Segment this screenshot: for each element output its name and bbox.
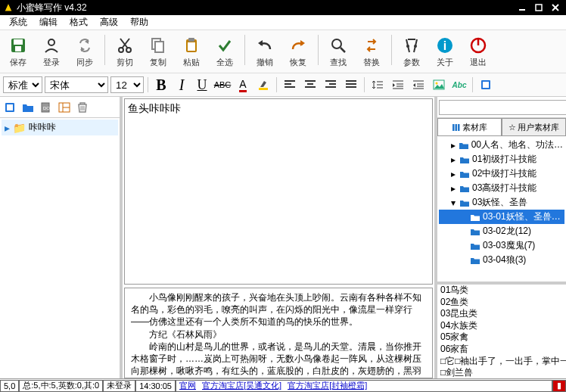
material-tree-label: 03高级打斗技能 xyxy=(472,182,536,194)
font-select[interactable]: 宋体 xyxy=(45,76,108,93)
chapter-item[interactable]: ▸ 📁咔咔咔 xyxy=(2,120,118,135)
material-list-item[interactable]: □剑兰兽 xyxy=(440,367,566,378)
redo-button[interactable]: 恢复 xyxy=(281,33,315,70)
cut-button[interactable]: 剪切 xyxy=(108,33,142,70)
paste-button[interactable]: 粘贴 xyxy=(175,33,208,70)
about-button[interactable]: i关于 xyxy=(428,33,462,70)
material-tree-item[interactable]: ▸02中级打斗技能 xyxy=(439,166,564,181)
italic-button[interactable]: I xyxy=(173,76,191,94)
indent-decrease-button[interactable] xyxy=(409,76,428,94)
login-status[interactable]: 未登录 xyxy=(103,380,135,392)
material-list[interactable]: 01鸟类02鱼类03昆虫类04水族类05家禽06家畜□它□袖出手了，一出手，掌中… xyxy=(437,282,566,378)
paste-label: 粘贴 xyxy=(183,57,200,68)
material-tree-item[interactable]: 03-01妖怪、圣兽… xyxy=(439,210,564,224)
material-tree-item[interactable]: 03-02龙(12) xyxy=(439,224,564,238)
material-tree-label: 02中级打斗技能 xyxy=(472,167,536,180)
menu-1[interactable]: 编辑 xyxy=(33,14,64,30)
footer-link[interactable]: 官网 xyxy=(179,380,196,391)
material-list-item[interactable]: 02鱼类 xyxy=(440,297,566,309)
folder-icon[interactable] xyxy=(20,99,36,116)
save-button[interactable]: 保存 xyxy=(2,33,35,70)
spellcheck-button[interactable]: Abc xyxy=(450,76,468,94)
menu-3[interactable]: 高级 xyxy=(94,14,124,30)
indent-increase-button[interactable] xyxy=(389,76,407,94)
close-button[interactable] xyxy=(548,2,563,14)
strike-button[interactable]: ABC xyxy=(213,76,232,94)
book-icon[interactable] xyxy=(2,99,18,116)
tab-0[interactable]: 素材库 xyxy=(437,118,502,135)
size-select[interactable]: 12 xyxy=(110,76,144,93)
find-button[interactable]: 查找 xyxy=(322,33,355,70)
editor-area[interactable]: 鱼头咔咔咔 xyxy=(124,98,433,285)
about-label: 关于 xyxy=(437,57,453,68)
params-button[interactable]: 参数 xyxy=(395,33,428,70)
material-list-item[interactable]: 01鸟类 xyxy=(440,285,566,297)
menu-0[interactable]: 系统 xyxy=(3,14,33,30)
line-spacing-button[interactable] xyxy=(369,76,387,94)
menu-4[interactable]: 帮助 xyxy=(124,14,154,30)
svg-rect-19 xyxy=(188,42,195,51)
material-tree-item[interactable]: ▸01初级打斗技能 xyxy=(439,152,564,166)
maximize-button[interactable] xyxy=(531,2,546,14)
svg-rect-62 xyxy=(483,82,489,88)
align-center-button[interactable] xyxy=(301,76,319,94)
replace-button[interactable]: 替换 xyxy=(355,33,388,70)
underline-button[interactable]: U xyxy=(193,76,211,94)
font-color-button[interactable]: A xyxy=(234,76,252,94)
insert-image-button[interactable] xyxy=(430,76,448,94)
minimize-button[interactable] xyxy=(515,2,530,14)
undo-label: 撤销 xyxy=(257,57,273,68)
layout-icon[interactable] xyxy=(56,99,73,116)
svg-rect-77 xyxy=(458,124,460,131)
svg-marker-58 xyxy=(413,83,415,87)
material-tree-item[interactable]: 03-03魔鬼(7) xyxy=(439,238,564,253)
bold-button[interactable]: B xyxy=(152,76,170,94)
sync-button[interactable]: 同步 xyxy=(68,33,101,70)
material-list-item[interactable]: 04水族类 xyxy=(440,320,566,332)
footer-link[interactable]: 官方淘宝店[昊通文化] xyxy=(202,380,281,391)
align-left-button[interactable] xyxy=(281,76,299,94)
material-tree-label: 03-02龙(12) xyxy=(483,225,531,238)
material-list-item[interactable]: 06家畜 xyxy=(440,344,566,356)
align-right-button[interactable] xyxy=(322,76,340,94)
app-icon xyxy=(3,2,14,13)
status-indicator[interactable]: ▮ xyxy=(552,380,566,392)
login-button[interactable]: 登录 xyxy=(35,33,68,70)
svg-text:DOC: DOC xyxy=(43,106,53,110)
material-list-item[interactable]: 05家禽 xyxy=(440,331,566,344)
svg-rect-2 xyxy=(536,5,542,11)
align-justify-button[interactable] xyxy=(342,76,360,94)
copy-button[interactable]: 复制 xyxy=(142,33,175,70)
material-tree-label: 03-03魔鬼(7) xyxy=(483,239,535,252)
material-tree-item[interactable]: 03-04狼(3) xyxy=(439,253,564,267)
material-tree-item[interactable]: ▾03妖怪、圣兽 xyxy=(439,195,564,210)
view-mode-button[interactable] xyxy=(477,76,495,94)
undo-button[interactable]: 撤销 xyxy=(248,33,281,70)
delete-icon[interactable] xyxy=(74,99,91,116)
material-list-item[interactable]: □它□袖出手了，一出手，掌中一 xyxy=(440,356,566,368)
word-counts: 总:5,中:5,英数:0,其:0 xyxy=(19,380,103,392)
preview-area[interactable]: 小鸟像刚刚醒来的孩子，兴奋地在头顶上吵闹。云南有各种各样不知名的鸟，彩色的羽毛，… xyxy=(124,288,433,378)
redo-label: 恢复 xyxy=(290,57,306,68)
folder-icon: ▸ 📁 xyxy=(5,122,26,134)
footer-link[interactable]: 官方淘宝店[封袖橙霜] xyxy=(288,380,367,391)
find-icon xyxy=(328,35,349,56)
cut-icon xyxy=(114,35,135,56)
material-tree-item[interactable]: ▸03高级打斗技能 xyxy=(439,181,564,195)
highlight-button[interactable] xyxy=(254,76,272,94)
cursor-pos: 5,0 xyxy=(0,380,19,392)
params-icon xyxy=(401,35,422,56)
material-tree-item[interactable]: ▸00人名、地名、功法… xyxy=(439,138,564,152)
svg-rect-33 xyxy=(259,88,268,90)
material-list-item[interactable]: 03昆虫类 xyxy=(440,308,566,320)
chapter-tree[interactable]: ▸ 📁咔咔咔 xyxy=(0,118,120,378)
menu-2[interactable]: 格式 xyxy=(64,14,94,30)
search-input[interactable] xyxy=(439,100,566,115)
selectall-button[interactable]: 全选 xyxy=(208,33,241,70)
exit-button[interactable]: 退出 xyxy=(462,33,495,70)
undo-icon xyxy=(254,35,275,56)
document-icon[interactable]: DOC xyxy=(38,99,54,116)
style-select[interactable]: 标准 xyxy=(3,76,42,93)
tab-1[interactable]: ☆用户素材库 xyxy=(502,118,566,135)
material-tree[interactable]: ▸00人名、地名、功法…▸01初级打斗技能▸02中级打斗技能▸03高级打斗技能▾… xyxy=(437,136,566,282)
